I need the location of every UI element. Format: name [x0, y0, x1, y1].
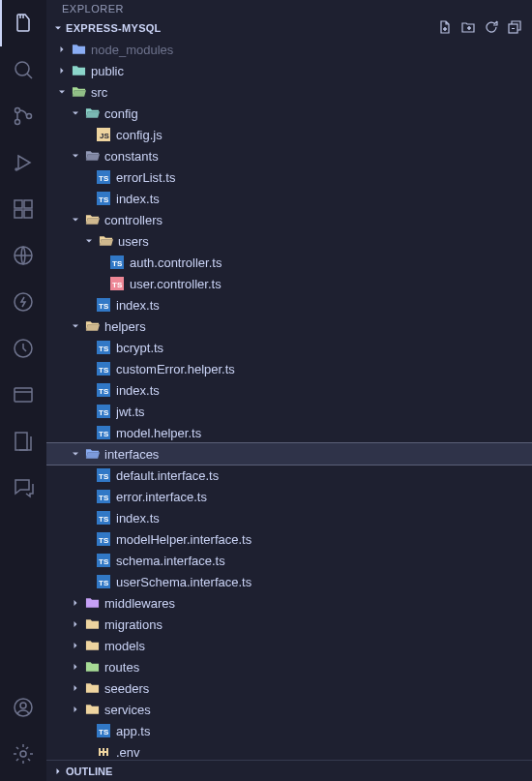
- tree-file-model-helper[interactable]: TS model.helper.ts: [46, 422, 532, 443]
- folder-open-icon: [83, 319, 101, 333]
- tree-label: config: [104, 106, 138, 121]
- svg-text:TS: TS: [99, 557, 109, 566]
- settings-gear-icon[interactable]: [0, 731, 46, 777]
- new-folder-icon[interactable]: [460, 19, 476, 37]
- svg-rect-7: [24, 210, 32, 218]
- folder-open-icon: [83, 213, 101, 226]
- tree-folder-src[interactable]: src: [46, 81, 532, 103]
- chevron-down-icon: [81, 235, 97, 247]
- tree-label: .env: [116, 745, 140, 760]
- tree-label: config.js: [116, 128, 163, 142]
- tree-label: controllers: [104, 213, 163, 227]
- tree-file-error-interface[interactable]: TS error.interface.ts: [46, 486, 532, 507]
- tree-file-bcrypt[interactable]: TS bcrypt.ts: [46, 337, 532, 358]
- ts-file-icon: TS: [95, 192, 112, 205]
- tree-file-jwt[interactable]: TS jwt.ts: [46, 401, 532, 422]
- tree-file-errorlist-ts[interactable]: TS errorList.ts: [46, 166, 532, 188]
- svg-text:TS: TS: [99, 536, 109, 545]
- tree-folder-routes[interactable]: routes: [46, 656, 532, 677]
- project-icon[interactable]: [0, 372, 46, 418]
- tree-file-customerror[interactable]: TS customError.helper.ts: [46, 358, 532, 379]
- explorer-icon[interactable]: [0, 0, 46, 46]
- tree-folder-seeders[interactable]: seeders: [46, 677, 532, 699]
- chevron-down-icon: [54, 86, 70, 98]
- account-icon[interactable]: [0, 684, 46, 731]
- tree-label: error.interface.ts: [116, 490, 207, 504]
- source-control-icon[interactable]: [0, 93, 46, 139]
- tree-label: middlewares: [104, 596, 175, 611]
- ts-file-icon: TS: [95, 426, 112, 439]
- tree-file-env[interactable]: .env: [46, 741, 532, 760]
- refresh-icon[interactable]: [484, 19, 499, 37]
- collapse-all-icon[interactable]: [507, 19, 522, 37]
- tree-label: app.ts: [116, 724, 150, 738]
- ts-file-icon: TS: [108, 255, 126, 269]
- folder-icon: [83, 639, 101, 652]
- ts-file-icon: TS: [108, 277, 126, 290]
- chevron-right-icon: [68, 597, 83, 609]
- tree-folder-node-modules[interactable]: node_modules: [46, 39, 532, 60]
- ts-file-icon: TS: [95, 405, 112, 418]
- tree-file-auth-controller[interactable]: TS auth.controller.ts: [46, 252, 532, 273]
- tree-label: user.controller.ts: [130, 277, 222, 291]
- comments-icon[interactable]: [0, 465, 46, 511]
- tree-file-modelhelper-interface[interactable]: TS modelHelper.interface.ts: [46, 528, 532, 550]
- chevron-right-icon: [50, 766, 66, 777]
- tree-folder-middlewares[interactable]: middlewares: [46, 592, 532, 614]
- ts-file-icon: TS: [95, 724, 112, 737]
- tree-folder-public[interactable]: public: [46, 60, 532, 81]
- tree-folder-users[interactable]: users: [46, 230, 532, 252]
- thunder-icon[interactable]: [0, 279, 46, 325]
- extensions-icon[interactable]: [0, 186, 46, 232]
- database-icon[interactable]: [0, 325, 46, 372]
- tree-folder-services[interactable]: services: [46, 699, 532, 720]
- tree-folder-helpers[interactable]: helpers: [46, 315, 532, 337]
- svg-text:TS: TS: [99, 472, 109, 481]
- tree-label: modelHelper.interface.ts: [116, 532, 251, 547]
- tree-label: errorList.ts: [116, 170, 175, 185]
- tree-folder-constants[interactable]: constants: [46, 145, 532, 166]
- ts-file-icon: TS: [95, 511, 112, 525]
- svg-text:TS: TS: [99, 345, 109, 353]
- chevron-right-icon: [54, 44, 70, 55]
- folder-icon: [83, 660, 101, 674]
- chevron-right-icon: [68, 618, 83, 630]
- bookmark-icon[interactable]: [0, 418, 46, 465]
- svg-text:TS: TS: [99, 408, 109, 417]
- project-name: EXPRESS-MYSQL: [66, 22, 162, 34]
- tree-file-index-ts-2[interactable]: TS index.ts: [46, 294, 532, 315]
- folder-open-icon: [83, 149, 101, 163]
- tree-label: seeders: [104, 681, 149, 696]
- ts-file-icon: TS: [95, 468, 112, 482]
- project-section-header[interactable]: EXPRESS-MYSQL: [46, 17, 532, 39]
- outline-section-header[interactable]: OUTLINE: [46, 760, 532, 781]
- chevron-down-icon: [68, 448, 83, 460]
- tree-file-schema-interface[interactable]: TS schema.interface.ts: [46, 550, 532, 571]
- tree-file-userschema-interface[interactable]: TS userSchema.interface.ts: [46, 571, 532, 592]
- ts-file-icon: TS: [95, 298, 112, 312]
- tree-folder-config[interactable]: config: [46, 103, 532, 124]
- tree-folder-controllers[interactable]: controllers: [46, 209, 532, 230]
- tree-file-index-ts-4[interactable]: TS index.ts: [46, 507, 532, 528]
- remote-explorer-icon[interactable]: [0, 232, 46, 279]
- tree-file-default-interface[interactable]: TS default.interface.ts: [46, 465, 532, 486]
- tree-label: index.ts: [116, 383, 160, 398]
- search-icon[interactable]: [0, 46, 46, 93]
- chevron-down-icon: [68, 320, 83, 332]
- tree-file-index-ts-1[interactable]: TS index.ts: [46, 188, 532, 209]
- tree-file-index-ts-3[interactable]: TS index.ts: [46, 379, 532, 401]
- run-debug-icon[interactable]: [0, 139, 46, 186]
- tree-file-user-controller[interactable]: TS user.controller.ts: [46, 273, 532, 294]
- folder-open-icon: [70, 85, 87, 99]
- tree-folder-interfaces[interactable]: interfaces: [46, 443, 532, 465]
- tree-folder-migrations[interactable]: migrations: [46, 614, 532, 635]
- tree-label: constants: [104, 149, 159, 164]
- svg-point-15: [20, 703, 26, 708]
- tree-folder-models[interactable]: models: [46, 635, 532, 656]
- tree-file-app-ts[interactable]: TS app.ts: [46, 720, 532, 741]
- svg-point-4: [15, 168, 17, 170]
- tree-file-config-js[interactable]: JS config.js: [46, 124, 532, 145]
- ts-file-icon: TS: [95, 362, 112, 375]
- new-file-icon[interactable]: [437, 19, 453, 37]
- ts-file-icon: TS: [95, 383, 112, 397]
